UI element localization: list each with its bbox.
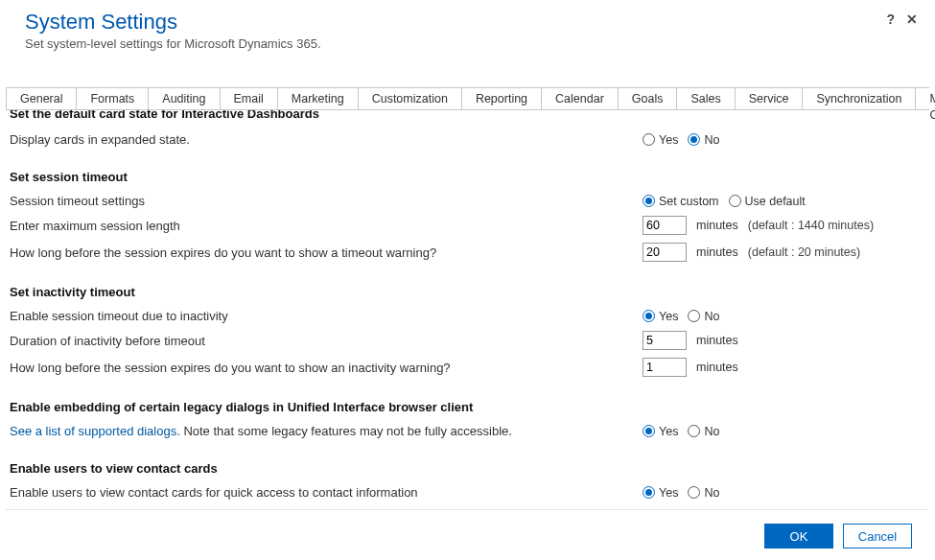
radio-display-cards-yes[interactable]: Yes bbox=[643, 133, 678, 147]
label-contact-cards: Enable users to view contact cards for q… bbox=[10, 485, 643, 500]
radio-label: No bbox=[704, 310, 719, 323]
radio-label: No bbox=[704, 486, 719, 500]
radio-label: Yes bbox=[659, 425, 678, 438]
radio-label: No bbox=[704, 425, 719, 438]
tab-sales[interactable]: Sales bbox=[677, 88, 735, 109]
radio-legacy-yes[interactable]: Yes bbox=[643, 425, 678, 438]
unit-minutes: minutes bbox=[696, 334, 738, 347]
tab-synchronization[interactable]: Synchronization bbox=[803, 88, 916, 109]
label-session-settings: Session timeout settings bbox=[10, 194, 643, 208]
tab-reporting[interactable]: Reporting bbox=[462, 88, 542, 109]
label-legacy-note: See a list of supported dialogs. Note th… bbox=[10, 424, 643, 438]
radio-set-custom[interactable]: Set custom bbox=[643, 195, 719, 208]
input-inactivity-warning[interactable] bbox=[643, 358, 687, 377]
section-heading-session-timeout: Set session timeout bbox=[10, 170, 925, 184]
tab-mobile-client[interactable]: Mobile Client bbox=[916, 88, 935, 109]
radio-display-cards-no[interactable]: No bbox=[688, 133, 719, 147]
section-heading-card-state: Set the default card state for Interacti… bbox=[10, 110, 925, 121]
row-display-cards: Display cards in expanded state. Yes No bbox=[10, 132, 925, 147]
tab-bar: GeneralFormatsAuditingEmailMarketingCust… bbox=[6, 87, 929, 110]
link-supported-dialogs[interactable]: See a list of supported dialogs. bbox=[10, 424, 180, 438]
radio-label: Yes bbox=[659, 133, 678, 147]
radio-contact-yes[interactable]: Yes bbox=[643, 486, 678, 500]
page-subtitle: Set system-level settings for Microsoft … bbox=[25, 36, 910, 51]
footer-divider bbox=[6, 509, 929, 510]
row-session-settings: Session timeout settings Set custom Use … bbox=[10, 194, 925, 208]
label-max-session-length: Enter maximum session length bbox=[10, 219, 643, 233]
row-max-session-length: Enter maximum session length minutes (de… bbox=[10, 216, 925, 235]
tab-calendar[interactable]: Calendar bbox=[542, 88, 619, 109]
tab-general[interactable]: General bbox=[6, 88, 77, 109]
hint-max-session: (default : 1440 minutes) bbox=[748, 219, 874, 232]
radio-contact-no[interactable]: No bbox=[688, 486, 719, 500]
radio-label: Use default bbox=[745, 195, 806, 208]
radio-label: Yes bbox=[659, 310, 678, 323]
label-enable-inactivity: Enable session timeout due to inactivity bbox=[10, 309, 643, 323]
row-contact-cards: Enable users to view contact cards for q… bbox=[10, 485, 925, 500]
tab-customization[interactable]: Customization bbox=[359, 88, 462, 109]
section-heading-inactivity: Set inactivity timeout bbox=[10, 285, 925, 299]
input-inactivity-duration[interactable] bbox=[643, 331, 687, 350]
row-legacy-dialogs: See a list of supported dialogs. Note th… bbox=[10, 424, 925, 438]
section-heading-legacy-dialogs: Enable embedding of certain legacy dialo… bbox=[10, 400, 925, 414]
unit-minutes: minutes bbox=[696, 361, 738, 374]
dialog-header: System Settings Set system-level setting… bbox=[0, 0, 935, 58]
ok-button[interactable]: OK bbox=[764, 524, 833, 548]
row-enable-inactivity: Enable session timeout due to inactivity… bbox=[10, 309, 925, 323]
help-icon[interactable]: ? bbox=[886, 12, 895, 27]
tab-auditing[interactable]: Auditing bbox=[149, 88, 220, 109]
text-legacy-note: Note that some legacy features may not b… bbox=[180, 424, 512, 438]
radio-label: No bbox=[704, 133, 719, 147]
radio-use-default[interactable]: Use default bbox=[729, 195, 806, 208]
tab-service[interactable]: Service bbox=[736, 88, 804, 109]
unit-minutes: minutes bbox=[696, 245, 738, 259]
unit-minutes: minutes bbox=[696, 219, 738, 232]
cancel-button[interactable]: Cancel bbox=[843, 524, 912, 548]
row-inactivity-duration: Duration of inactivity before timeout mi… bbox=[10, 331, 925, 350]
close-icon[interactable]: ✕ bbox=[906, 12, 918, 27]
input-timeout-warning[interactable] bbox=[643, 243, 687, 262]
hint-timeout-warning: (default : 20 minutes) bbox=[748, 245, 860, 259]
radio-legacy-no[interactable]: No bbox=[688, 425, 719, 438]
radio-inactivity-yes[interactable]: Yes bbox=[643, 310, 678, 323]
dialog-footer: OK Cancel bbox=[764, 524, 912, 548]
label-inactivity-duration: Duration of inactivity before timeout bbox=[10, 334, 643, 348]
radio-label: Set custom bbox=[659, 195, 719, 208]
label-inactivity-warning: How long before the session expires do y… bbox=[10, 361, 643, 375]
settings-content: Set the default card state for Interacti… bbox=[0, 110, 935, 503]
label-timeout-warning: How long before the session expires do y… bbox=[10, 245, 643, 260]
row-timeout-warning: How long before the session expires do y… bbox=[10, 243, 925, 262]
row-inactivity-warning: How long before the session expires do y… bbox=[10, 358, 925, 377]
page-title: System Settings bbox=[25, 10, 910, 35]
label-display-cards: Display cards in expanded state. bbox=[10, 132, 643, 147]
section-heading-contact-cards: Enable users to view contact cards bbox=[10, 461, 925, 476]
input-max-session-length[interactable] bbox=[643, 216, 687, 235]
radio-inactivity-no[interactable]: No bbox=[688, 310, 719, 323]
tab-goals[interactable]: Goals bbox=[619, 88, 678, 109]
tab-email[interactable]: Email bbox=[221, 88, 278, 109]
tab-marketing[interactable]: Marketing bbox=[278, 88, 359, 109]
tab-formats[interactable]: Formats bbox=[77, 88, 149, 109]
radio-label: Yes bbox=[659, 486, 678, 500]
